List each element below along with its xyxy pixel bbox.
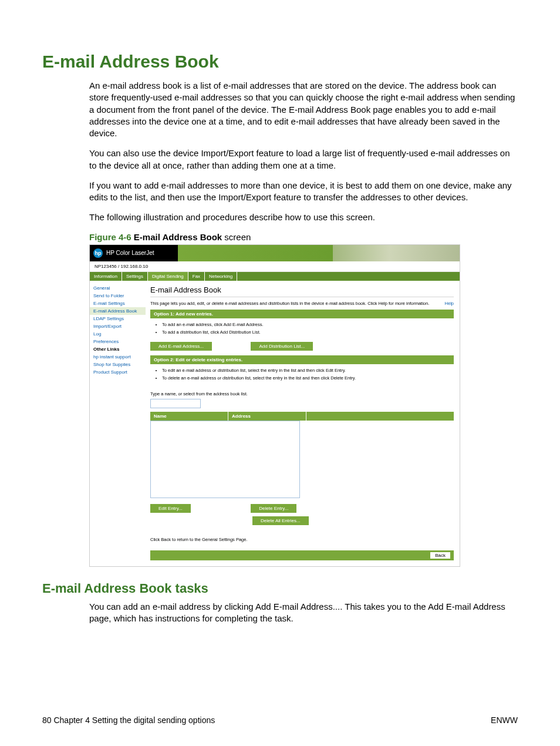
sidebar-item-ldap[interactable]: LDAP Settings — [90, 315, 146, 322]
sidebar-item-sendto[interactable]: Send to Folder — [90, 292, 146, 300]
intro-p4: The following illustration and procedure… — [89, 211, 518, 223]
panel-desc: This page lets you add, edit, or delete … — [150, 301, 429, 306]
product-label: HP Color LaserJet — [106, 250, 154, 256]
delete-all-button[interactable]: Delete All Entries... — [252, 516, 309, 525]
option1-bullet2: To add a distribution list, click Add Di… — [162, 330, 454, 335]
back-bar: Back — [150, 550, 454, 560]
screenshot-figure: hp HP Color LaserJet NP123456 / 192.168.… — [89, 244, 460, 567]
tasks-p1: You can add an e-mail address by clickin… — [89, 601, 518, 625]
edit-entry-button[interactable]: Edit Entry... — [150, 504, 191, 513]
option2-header: Option 2: Edit or delete existing entrie… — [150, 355, 454, 364]
figure-id: Figure 4-6 — [89, 232, 131, 242]
tab-bar: Information Settings Digital Sending Fax… — [90, 272, 460, 281]
intro-p1: An e-mail address book is a list of e-ma… — [89, 80, 518, 139]
search-input[interactable] — [150, 399, 201, 408]
delete-entry-button[interactable]: Delete Entry... — [251, 504, 296, 513]
sidebar-item-import[interactable]: Import/Export — [90, 322, 146, 330]
back-hint: Click Back to return to the General Sett… — [150, 537, 454, 542]
type-hint: Type a name, or select from the address … — [150, 391, 454, 396]
add-distlist-button[interactable]: Add Distribution List... — [251, 342, 313, 351]
col-address: Address — [228, 412, 306, 421]
figure-tail: screen — [224, 232, 251, 242]
col-name: Name — [150, 412, 228, 421]
panel-title: E-mail Address Book — [150, 285, 454, 294]
figure-caption: Figure 4-6 E-mail Address Book screen — [89, 232, 518, 242]
address-listbox[interactable] — [150, 421, 300, 498]
sidebar-item-email-settings[interactable]: E-mail Settings — [90, 300, 146, 307]
intro-p3: If you want to add e-mail addresses to m… — [89, 180, 518, 204]
tab-settings[interactable]: Settings — [122, 272, 148, 281]
page-title: E-mail Address Book — [42, 52, 518, 72]
sidebar-item-general[interactable]: General — [90, 284, 146, 292]
back-button[interactable]: Back — [430, 552, 450, 559]
tab-fax[interactable]: Fax — [188, 272, 205, 281]
tab-information[interactable]: Information — [90, 272, 122, 281]
option2-bullet1: To edit an e-mail address or distributio… — [162, 368, 454, 373]
banner-image — [178, 245, 460, 261]
sidebar-link-product-support[interactable]: Product Support — [90, 368, 146, 376]
add-email-button[interactable]: Add E-mail Address... — [150, 342, 212, 351]
help-link[interactable]: Help — [445, 301, 454, 306]
sidebar: General Send to Folder E-mail Settings E… — [90, 281, 146, 566]
footer-left: 80 Chapter 4 Setting the digital sending… — [42, 715, 215, 725]
sidebar-item-prefs[interactable]: Preferences — [90, 338, 146, 345]
sidebar-link-shop[interactable]: Shop for Supplies — [90, 361, 146, 368]
intro-p2: You can also use the device Import/Expor… — [89, 147, 518, 172]
sidebar-other-links-label: Other Links — [90, 345, 146, 353]
tasks-heading: E-mail Address Book tasks — [42, 581, 518, 596]
option2-bullet2: To delete an e-mail address or distribut… — [162, 375, 454, 381]
figure-name: E-mail Address Book — [134, 232, 222, 242]
tab-networking[interactable]: Networking — [205, 272, 237, 281]
hp-logo-icon: hp — [93, 248, 103, 258]
option1-bullet1: To add an e-mail address, click Add E-ma… — [162, 322, 454, 327]
option1-header: Option 1: Add new entries. — [150, 310, 454, 318]
footer-right: ENWW — [491, 715, 518, 725]
brand-bar: hp HP Color LaserJet — [90, 245, 178, 261]
tab-digital-sending[interactable]: Digital Sending — [148, 272, 188, 281]
device-info: NP123456 / 192.168.0.10 — [90, 261, 460, 272]
sidebar-item-address-book[interactable]: E-mail Address Book — [90, 307, 146, 315]
sidebar-item-log[interactable]: Log — [90, 330, 146, 338]
list-header: Name Address — [150, 412, 454, 421]
sidebar-link-instant-support[interactable]: hp instant support — [90, 353, 146, 361]
